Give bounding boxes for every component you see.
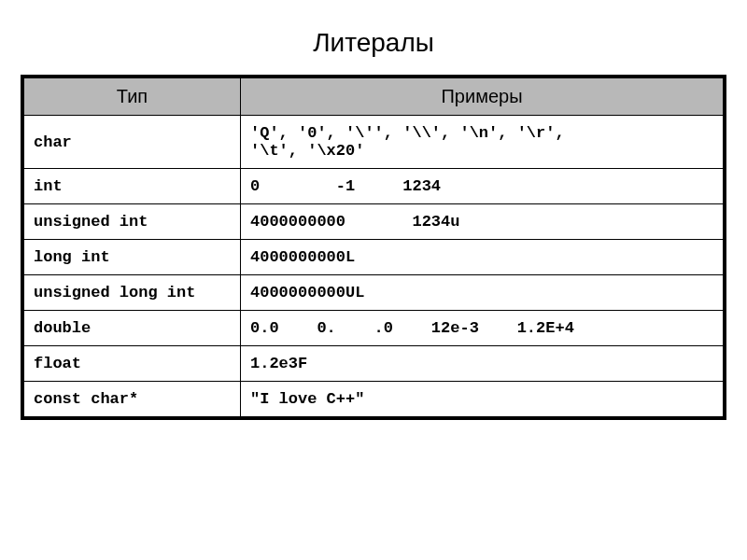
page-title: Литералы — [19, 28, 728, 58]
table-header-row: Тип Примеры — [24, 78, 724, 116]
cell-type: float — [24, 346, 241, 382]
header-examples: Примеры — [241, 78, 724, 116]
table-row: char 'Q', '0', '\'', '\\', '\n', '\r', '… — [24, 116, 724, 169]
cell-examples: 0.0 0. .0 12e-3 1.2E+4 — [241, 311, 724, 346]
cell-examples: "I love C++" — [241, 382, 724, 417]
literals-table-wrap: Тип Примеры char 'Q', '0', '\'', '\\', '… — [21, 75, 726, 420]
cell-examples: 4000000000L — [241, 240, 724, 275]
table-row: long int 4000000000L — [24, 240, 724, 275]
cell-examples: 1.2e3F — [241, 346, 724, 382]
cell-examples: 4000000000UL — [241, 275, 724, 311]
table-row: double 0.0 0. .0 12e-3 1.2E+4 — [24, 311, 724, 346]
cell-type: const char* — [24, 382, 241, 417]
table-row: const char* "I love C++" — [24, 382, 724, 417]
cell-type: double — [24, 311, 241, 346]
cell-examples: 0 -1 1234 — [241, 169, 724, 204]
cell-type: int — [24, 169, 241, 204]
cell-type: unsigned int — [24, 204, 241, 240]
cell-type: long int — [24, 240, 241, 275]
table-row: int 0 -1 1234 — [24, 169, 724, 204]
cell-type: unsigned long int — [24, 275, 241, 311]
table-row: float 1.2e3F — [24, 346, 724, 382]
table-row: unsigned int 4000000000 1234u — [24, 204, 724, 240]
literals-table: Тип Примеры char 'Q', '0', '\'', '\\', '… — [23, 77, 724, 417]
cell-examples: 4000000000 1234u — [241, 204, 724, 240]
table-row: unsigned long int 4000000000UL — [24, 275, 724, 311]
header-type: Тип — [24, 78, 241, 116]
cell-type: char — [24, 116, 241, 169]
cell-examples: 'Q', '0', '\'', '\\', '\n', '\r', '\t', … — [241, 116, 724, 169]
